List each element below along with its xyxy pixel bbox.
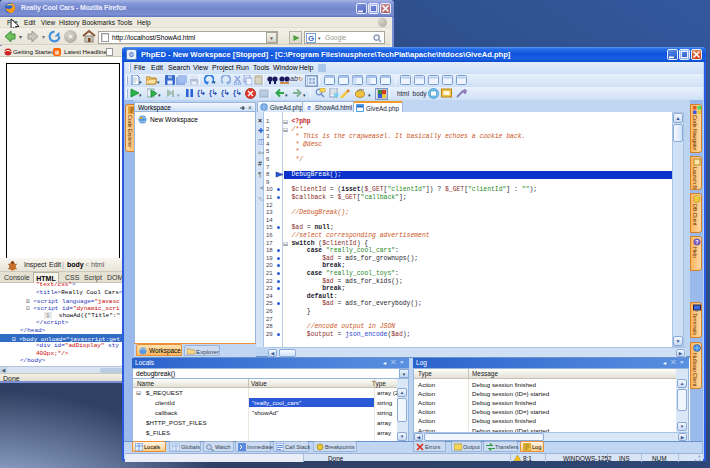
svg-text:e: e xyxy=(307,104,311,111)
